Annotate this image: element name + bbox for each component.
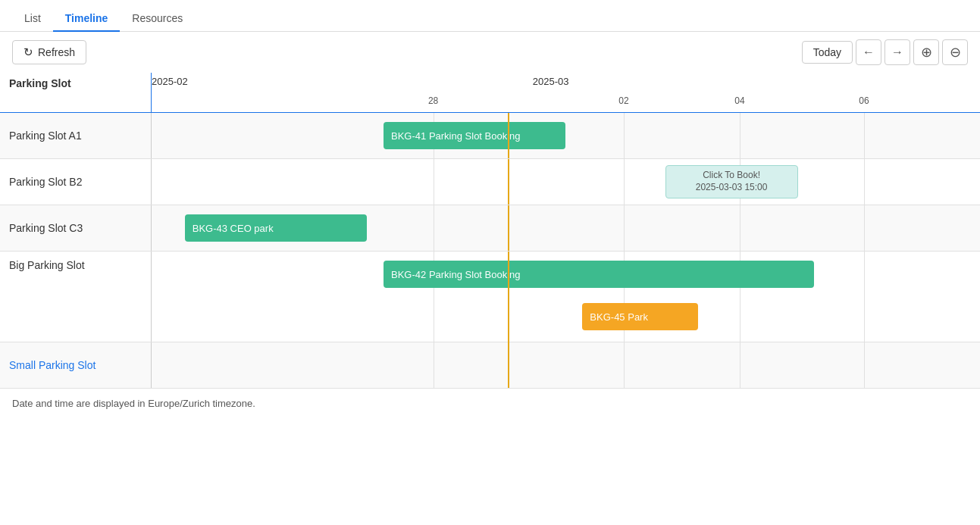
day-label-06: 06 (859, 95, 869, 106)
table-row: Parking Slot B2 Click To Book!2025-03-03… (0, 159, 980, 205)
row-timeline-b2: Click To Book!2025-03-03 15:00 (152, 159, 980, 205)
gantt-header: Parking Slot 2025-02 2025-03 28 02 04 06 (0, 73, 980, 113)
prev-button[interactable]: ← (856, 39, 881, 65)
row-label-small[interactable]: Small Parking Slot (0, 342, 152, 388)
day-label-28: 28 (428, 95, 438, 106)
row-label-a1: Parking Slot A1 (0, 113, 152, 158)
nav-tab-timeline[interactable]: Timeline (53, 6, 121, 32)
row-label-c3: Parking Slot C3 (0, 205, 152, 251)
month-labels: 2025-02 2025-03 (152, 73, 980, 92)
gantt-timeline-header: 2025-02 2025-03 28 02 04 06 (152, 73, 980, 112)
table-row: Parking Slot C3 BKG-43 CEO park (0, 205, 980, 252)
row-timeline-big: BKG-42 Parking Slot Booking BKG-45 Park (152, 252, 980, 342)
row-timeline-small (152, 342, 980, 388)
booking-bar-bkg42[interactable]: BKG-42 Parking Slot Booking (384, 261, 814, 288)
booking-bar-bkg45[interactable]: BKG-45 Park (582, 303, 698, 330)
month-label-feb: 2025-02 (152, 76, 188, 87)
top-navigation: ListTimelineResources (0, 0, 980, 32)
nav-tab-resources[interactable]: Resources (120, 6, 195, 32)
row-label-b2: Parking Slot B2 (0, 159, 152, 205)
zoom-in-button[interactable]: ⊕ (913, 39, 939, 65)
day-label-04: 04 (734, 95, 744, 106)
toolbar: ↻ Refresh Today ← → ⊕ ⊖ (0, 32, 980, 73)
booking-bar-bkg43[interactable]: BKG-43 CEO park (185, 214, 367, 242)
table-row: Parking Slot A1 BKG-41 Parking Slot Book… (0, 113, 980, 159)
day-labels: 28 02 04 06 (152, 92, 980, 112)
nav-tab-list[interactable]: List (12, 6, 53, 32)
row-timeline-c3: BKG-43 CEO park (152, 205, 980, 251)
row-timeline-a1: BKG-41 Parking Slot Booking (152, 113, 980, 158)
booking-bar-bkg41[interactable]: BKG-41 Parking Slot Booking (384, 122, 565, 149)
month-label-mar: 2025-03 (533, 76, 569, 87)
refresh-label: Refresh (38, 46, 75, 58)
day-label-02: 02 (618, 95, 628, 106)
row-label-big: Big Parking Slot (0, 252, 152, 342)
today-button[interactable]: Today (802, 41, 853, 64)
next-button[interactable]: → (885, 39, 910, 65)
timeline-nav-controls: Today ← → ⊕ ⊖ (802, 39, 968, 65)
booking-bar-click-to-book[interactable]: Click To Book!2025-03-03 15:00 (665, 165, 798, 198)
zoom-out-button[interactable]: ⊖ (942, 39, 968, 65)
gantt-rows: Parking Slot A1 BKG-41 Parking Slot Book… (0, 113, 980, 389)
table-row: Small Parking Slot (0, 342, 980, 389)
refresh-icon: ↻ (23, 45, 33, 59)
gantt-chart: Parking Slot 2025-02 2025-03 28 02 04 06… (0, 73, 980, 389)
footnote: Date and time are displayed in Europe/Zu… (0, 389, 980, 418)
table-row: Big Parking Slot BKG-42 Parking Slot Boo… (0, 252, 980, 342)
refresh-button[interactable]: ↻ Refresh (12, 40, 86, 64)
gantt-column-header: Parking Slot (0, 73, 152, 112)
